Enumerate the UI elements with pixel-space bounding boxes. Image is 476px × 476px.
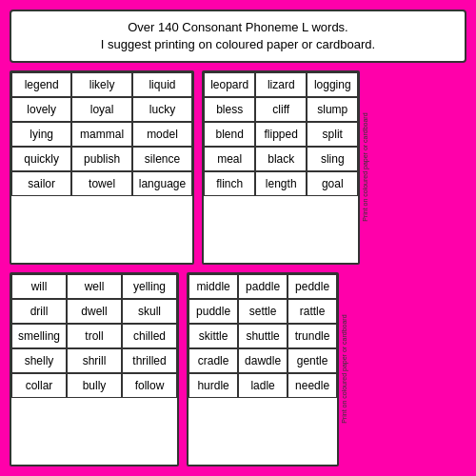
bottom-row: willwellyellingdrilldwellskullsmellingtr… [10, 272, 466, 466]
word-cell: chilled [122, 324, 177, 348]
word-cell: hurdle [188, 373, 238, 398]
word-cell: logging [307, 72, 358, 97]
word-cell: model [132, 122, 192, 147]
word-cell: shuttle [238, 324, 288, 348]
top-row: legendlikelyliquidlovelyloyalluckylyingm… [10, 70, 466, 265]
word-cell: peddle [288, 274, 337, 299]
word-cell: bully [67, 373, 122, 398]
word-cell: gentle [288, 348, 337, 373]
word-card-2-container: leopardlizardloggingblesscliffslumpblend… [202, 70, 370, 265]
word-cell: drill [11, 299, 67, 324]
word-cell: sling [307, 147, 358, 171]
word-cell: liquid [132, 72, 192, 97]
word-card-4-container: middlepaddlepeddlepuddlesettlerattleskit… [187, 272, 349, 466]
grid-1: legendlikelyliquidlovelyloyalluckylyingm… [11, 72, 192, 196]
word-cell: puddle [188, 299, 238, 324]
header-box: Over 140 Consonant Phoneme L words. I su… [10, 10, 466, 63]
word-cell: cradle [188, 348, 238, 373]
word-cell: shelly [11, 348, 67, 373]
word-cell: split [307, 122, 358, 147]
word-cell: silence [132, 147, 192, 171]
word-cell: middle [188, 274, 238, 299]
word-cell: meal [204, 147, 255, 171]
word-cell: towel [71, 171, 131, 196]
word-cell: bless [204, 97, 255, 122]
word-cell: lovely [11, 97, 71, 122]
word-card-4: middlepaddlepeddlepuddlesettlerattleskit… [187, 272, 339, 466]
word-cell: cliff [255, 97, 307, 122]
word-cell: follow [122, 373, 177, 398]
word-cell: shrill [67, 348, 122, 373]
word-cell: troll [67, 324, 122, 348]
word-cell: mammal [71, 122, 131, 147]
word-cell: blend [204, 122, 255, 147]
word-card-3: willwellyellingdrilldwellskullsmellingtr… [10, 272, 179, 466]
word-cell: paddle [238, 274, 288, 299]
word-cell: black [255, 147, 307, 171]
word-cell: loyal [71, 97, 131, 122]
word-cell: length [255, 171, 307, 196]
grid-4: middlepaddlepeddlepuddlesettlerattleskit… [188, 274, 337, 398]
word-cell: rattle [288, 299, 337, 324]
word-cell: collar [11, 373, 67, 398]
word-cell: flinch [204, 171, 255, 196]
word-cell: likely [71, 72, 131, 97]
word-cell: quickly [11, 147, 71, 171]
word-cell: flipped [255, 122, 307, 147]
word-cell: well [67, 274, 122, 299]
word-cell: sailor [11, 171, 71, 196]
word-cell: settle [238, 299, 288, 324]
word-cell: slump [307, 97, 358, 122]
word-cell: legend [11, 72, 71, 97]
page: Over 140 Consonant Phoneme L words. I su… [0, 0, 476, 476]
word-card-2: leopardlizardloggingblesscliffslumpblend… [202, 70, 360, 265]
word-cell: skittle [188, 324, 238, 348]
word-cell: lucky [132, 97, 192, 122]
word-cell: language [132, 171, 192, 196]
word-cell: dwell [67, 299, 122, 324]
word-cell: trundle [288, 324, 337, 348]
word-cell: lying [11, 122, 71, 147]
word-cell: skull [122, 299, 177, 324]
word-cell: ladle [238, 373, 288, 398]
side-label-2: Print on coloured paper or cardboard [339, 272, 349, 466]
header-line2: I suggest printing on coloured paper or … [23, 36, 453, 53]
side-label-1: Print on coloured paper or cardboard [360, 70, 370, 265]
word-cell: will [11, 274, 67, 299]
word-card-1: legendlikelyliquidlovelyloyalluckylyingm… [10, 70, 194, 265]
word-cell: yelling [122, 274, 177, 299]
word-cell: goal [307, 171, 358, 196]
word-cell: lizard [255, 72, 307, 97]
word-cell: leopard [204, 72, 255, 97]
grid-2: leopardlizardloggingblesscliffslumpblend… [204, 72, 358, 196]
grid-3: willwellyellingdrilldwellskullsmellingtr… [11, 274, 177, 398]
word-cell: needle [288, 373, 337, 398]
header-line1: Over 140 Consonant Phoneme L words. [23, 19, 453, 36]
word-cell: publish [71, 147, 131, 171]
word-cell: thrilled [122, 348, 177, 373]
word-cell: smelling [11, 324, 67, 348]
word-cell: dawdle [238, 348, 288, 373]
